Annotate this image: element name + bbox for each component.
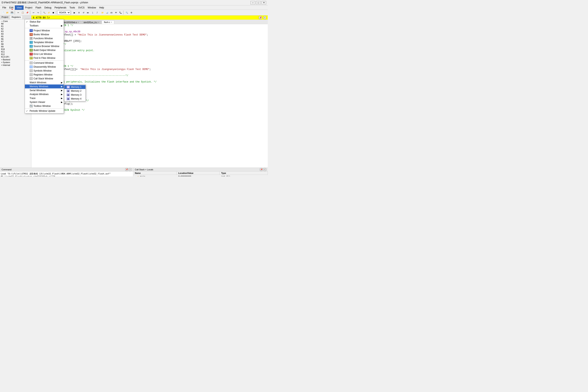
tb-proj-win[interactable]: 📁 [100,10,105,14]
vm-check-periodic: ✓ [26,110,28,112]
msub-icon-1: ▦ [67,86,70,88]
tb-mem-win[interactable]: 🗃 [109,10,114,14]
title-bar: D:\File\STM32 进阶教程 13\stm32_Flash\MDK-AR… [0,0,268,6]
vm-build-output[interactable]: ⚙ Build Output Window [25,48,64,52]
vm-periodic-update[interactable]: ✓ Periodic Window Update [25,109,64,113]
menu-project[interactable]: Project [24,6,34,10]
vm-system-viewer[interactable]: System Viewer ▶ [25,100,64,104]
command-pin[interactable]: 📌 [125,168,128,171]
tab-flash-c[interactable]: flash.c × [102,20,114,24]
menu-tools[interactable]: Tools [68,6,77,10]
tb-run[interactable]: ▶ [72,10,77,14]
tb-open[interactable]: 📂 [5,10,10,14]
sidebar-tab-registers[interactable]: Registers [10,16,22,19]
tb-step[interactable]: ⏭ [86,10,90,14]
close-button[interactable]: ✕ [262,1,266,4]
tab-close-flash-c[interactable]: × [111,21,112,23]
tab-close-startup[interactable]: × [78,21,79,24]
tb-redo[interactable]: ↪ [36,10,40,14]
menu-edit[interactable]: Edit [8,6,15,10]
menu-peripherals[interactable]: Peripherals [53,6,68,10]
command-close[interactable]: × [129,168,132,171]
reg-group-banked-label: Banked [3,58,10,61]
command-title-controls: 📌 × [125,168,132,171]
vm-symbols[interactable]: Symbols Window [25,69,64,73]
menu-svcs[interactable]: SVCS [77,6,86,10]
vm-command-window[interactable]: Command Window [25,61,64,65]
menu-window[interactable]: Window [86,6,98,10]
vm-memory-windows[interactable]: Memory Windows ▶ ▦ Memory 1 ▦ Memory 2 ▦… [25,84,64,88]
tb-stop2[interactable]: ⏸ [77,10,81,14]
code-line-11: */ [31,56,268,58]
tb-undo[interactable]: ↩ [31,10,36,14]
code-line-10: @retval int [31,52,268,56]
maximize-button[interactable]: □ [256,1,261,4]
tb-find[interactable]: 🔍 [125,10,129,14]
expand-icon-system: + [1,61,2,64]
vm-watch-windows[interactable]: Watch Windows ▶ [25,80,64,84]
tb-stepout[interactable]: ⤴ [95,10,99,14]
tb-build[interactable]: 🔨 [42,10,46,14]
menu-debug[interactable]: Debug [43,6,53,10]
minimize-button[interactable]: ─ [250,1,255,4]
vm-check-status: ✓ [26,20,28,23]
vm-icon-callstack [30,77,33,80]
tb-paste[interactable]: 📌 [25,10,30,14]
call-stack-close[interactable]: × [264,168,266,171]
tb-stop[interactable]: ⏹ [51,10,56,14]
code-close-button[interactable]: × [264,16,266,19]
cs-expand-main[interactable]: ─ [135,175,136,176]
vm-find-files[interactable]: 🔍 Find In Files Window [25,56,64,60]
vm-serial-windows[interactable]: Serial Windows ▶ [25,88,64,92]
vm-toolbox-window[interactable]: 🔧 Toolbox Window [25,104,64,108]
vm-icon-functions: {} [30,37,33,40]
tb-watch-win[interactable]: 👁 [114,10,118,14]
vm-icon-registers [30,73,33,76]
code-line-1: /* USER CODE BEGIN 1 */ [31,24,268,27]
tab-close-stm32f1xx-it[interactable]: × [98,21,99,24]
vm-disassembly[interactable]: Disassembly Window [25,65,64,69]
msub-memory4[interactable]: ▦ Memory 4 [64,97,86,101]
vm-registers[interactable]: Registers Window [25,73,64,77]
menu-file[interactable]: File [1,6,8,10]
vm-error-list[interactable]: ✕ Error List Window [25,52,64,56]
tb-settings[interactable]: ⚙ [129,10,134,14]
vm-functions-window[interactable]: {} Functions Window [25,36,64,40]
rdata-select[interactable]: RDATA [58,10,70,14]
cmd-line-2: BS \\stm32_flash\startup_stm32f103xb.s\1… [1,175,132,176]
vm-toolbars[interactable]: Toolbars ▶ [25,24,64,28]
vm-project-window[interactable]: P Project Window [25,28,64,32]
vm-trace[interactable]: Trace ▶ [25,96,64,100]
msub-memory3[interactable]: ▦ Memory 3 [64,93,86,97]
vm-books-window[interactable]: B Books Window [25,32,64,36]
code-pin-button[interactable]: 📌 [259,16,262,19]
vm-icon-disasm [30,66,33,68]
cs-name-main: main [140,175,146,176]
tb-stepover[interactable]: ⤵ [90,10,95,14]
msub-memory2[interactable]: ▦ Memory 2 [64,89,86,93]
menu-view[interactable]: View [15,6,24,10]
tb-reset[interactable]: ↺ [81,10,86,14]
code-line-18 [31,78,268,80]
tab-label-stm32f1xx-it: stm32f1xx_it.c [84,21,97,24]
tb-copy[interactable]: 📋 [20,10,25,14]
call-stack-pin[interactable]: 📌 [260,168,263,171]
sidebar-tab-project[interactable]: Project [0,16,10,19]
tb-call-win[interactable]: 📞 [118,10,123,14]
vm-icon-templates: T [30,41,33,44]
tb-save[interactable]: 💾 [10,10,14,14]
vm-analysis-windows[interactable]: Analysis Windows ▶ [25,92,64,96]
tab-stm32f1xx-it[interactable]: stm32f1xx_it.c × [81,20,101,24]
tb-new[interactable]: 📄 [1,10,5,14]
vm-status-bar[interactable]: ✓ Status Bar [25,20,64,24]
vm-call-stack[interactable]: Call Stack Window [25,77,64,80]
msub-memory1[interactable]: ▦ Memory 1 [64,85,86,89]
tb-rebuild[interactable]: ⚡ [47,10,51,14]
vm-arrow-watch: ▶ [61,81,62,84]
vm-source-browser[interactable]: S Source Browser Window [25,44,64,48]
tb-cut[interactable]: ✂ [16,10,20,14]
menu-flash[interactable]: Flash [34,6,43,10]
tb-reg-win[interactable]: 📊 [105,10,109,14]
menu-help[interactable]: Help [98,6,106,10]
vm-templates-window[interactable]: T Templates Window [25,40,64,44]
